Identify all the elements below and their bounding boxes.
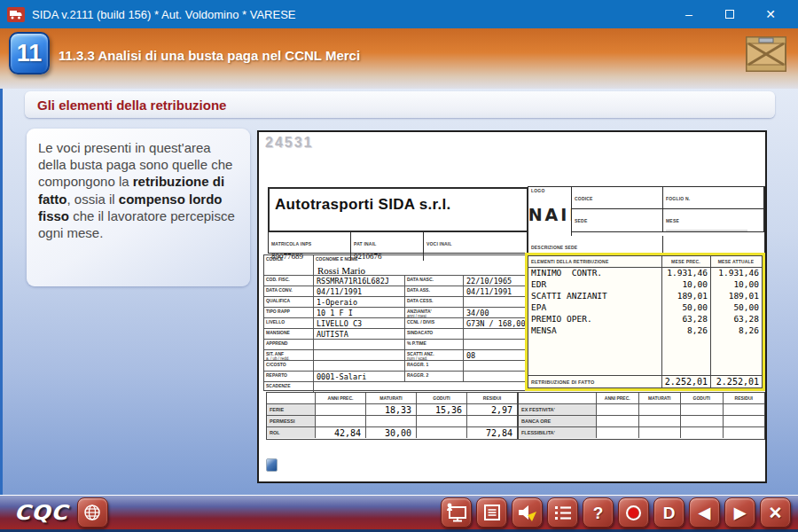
truck-app-icon <box>7 7 25 22</box>
employee-name: Rossi Mario <box>314 265 365 275</box>
help-button[interactable]: ? <box>583 497 614 528</box>
payslip-image: 24531 Autotrasporti SIDA s.r.l. MATRICOL… <box>257 130 767 483</box>
salary-item-row: MINIMO CONTR.1.931,461.931,46 <box>528 268 762 279</box>
company-box: Autotrasporti SIDA s.r.l. <box>268 187 528 232</box>
maximize-button[interactable] <box>709 0 750 28</box>
screen-person-icon <box>446 503 467 522</box>
leave-row: FERIE18,3315,362,97 <box>267 403 517 415</box>
window-title: SIDA v.2111 (build 156) * Aut. Voldomino… <box>32 8 295 21</box>
maximize-icon <box>725 10 734 19</box>
lesson-paragraph: Le voci presenti in quest'area della bus… <box>38 139 239 241</box>
salary-item-row: SCATTI ANZIANIT189,01189,01 <box>528 291 762 302</box>
salary-elements-highlight: ELEMENTI DELLA RETRIBUZIONE MESE PREC. M… <box>525 253 765 391</box>
close-window-button[interactable]: ✕ <box>750 0 791 28</box>
salary-item-row: MENSA8,268,26 <box>528 325 762 337</box>
globe-button[interactable] <box>77 497 108 528</box>
extra-hours-table: ANNI PREC.MATURATIGODUTIRESIDUI EX FESTI… <box>518 392 765 440</box>
payslip-number: 24531 <box>265 135 314 151</box>
minimize-button[interactable]: – <box>669 0 709 28</box>
content-area: Gli elementi della retribuzione Le voci … <box>0 89 798 495</box>
cqc-logo: CQC <box>14 501 68 525</box>
chapter-badge: 11 <box>9 32 50 74</box>
screen-demo-button[interactable] <box>441 497 472 528</box>
app-window: SIDA v.2111 (build 156) * Aut. Voldomino… <box>0 0 798 532</box>
section-heading: Gli elementi della retribuzione <box>37 98 226 113</box>
record-icon <box>626 505 641 520</box>
index-list-button[interactable] <box>547 497 578 528</box>
globe-icon <box>83 504 101 521</box>
extra-row: FLESSIBILITA' <box>519 426 764 438</box>
text-page-button[interactable] <box>476 497 507 528</box>
exit-button[interactable]: ✕ <box>760 497 791 528</box>
question-icon: ? <box>593 505 604 521</box>
crate-icon <box>745 34 787 78</box>
audio-button[interactable] <box>512 497 543 528</box>
lesson-title: 11.3.3 Analisi di una busta paga nel CCN… <box>59 48 360 63</box>
salary-item-row: PREMIO OPER.63,2863,28 <box>528 314 762 325</box>
salary-item-row: EDR10,0010,00 <box>528 279 762 291</box>
text-page-icon <box>483 504 501 521</box>
section-heading-bar: Gli elementi della retribuzione <box>25 91 775 118</box>
speaker-icon <box>517 503 538 522</box>
lesson-header: 11 11.3.3 Analisi di una busta paga nel … <box>0 28 798 89</box>
salary-item-row: EPA50,0050,00 <box>528 302 762 314</box>
leave-row: ROL42,8430,0072,84 <box>267 426 517 438</box>
next-button[interactable]: ▶ <box>724 497 755 528</box>
inail-logo: INAIL <box>531 193 571 236</box>
letter-d-icon: D <box>663 505 676 521</box>
leave-table: ANNI PREC.MATURATIGODUTIRESIDUI FERIE18,… <box>266 392 518 440</box>
lesson-text-panel: Le voci presenti in quest'area della bus… <box>27 129 250 286</box>
salary-elements-title: ELEMENTI DELLA RETRIBUZIONE <box>528 259 661 264</box>
extra-row: BANCA ORE <box>519 415 764 426</box>
title-bar: SIDA v.2111 (build 156) * Aut. Voldomino… <box>0 0 798 28</box>
extra-row: EX FESTIVITA' <box>519 403 764 415</box>
company-codes-row: MATRICOLA INPS89077689 PAT INAIL9210676 … <box>268 232 528 254</box>
close-icon: ✕ <box>769 505 783 521</box>
bottom-toolbar: CQC ? D ◀ ▶ ✕ <box>0 495 798 532</box>
payslip-header-grid: CODICE FOGLIO N. LOGO INAIL SEDE MESEOtt… <box>528 186 765 254</box>
list-icon <box>554 505 572 520</box>
arrow-right-icon: ▶ <box>734 505 746 520</box>
month-value: Ottobre 2025 <box>666 230 747 232</box>
salary-total-row: RETRIBUZIONE DI FATTO 2.252,01 2.252,01 <box>528 375 762 387</box>
leave-row: PERMESSI <box>267 415 517 426</box>
record-button[interactable] <box>618 497 649 528</box>
document-app-icon <box>266 458 278 472</box>
company-name: Autotrasporti SIDA s.r.l. <box>275 196 451 213</box>
arrow-left-icon: ◀ <box>699 505 710 520</box>
dictionary-button[interactable]: D <box>653 497 685 528</box>
employee-data-grid: CODICE COGNOME E NOMERossi Mario COD. FI… <box>263 254 528 391</box>
previous-button[interactable]: ◀ <box>689 497 720 528</box>
